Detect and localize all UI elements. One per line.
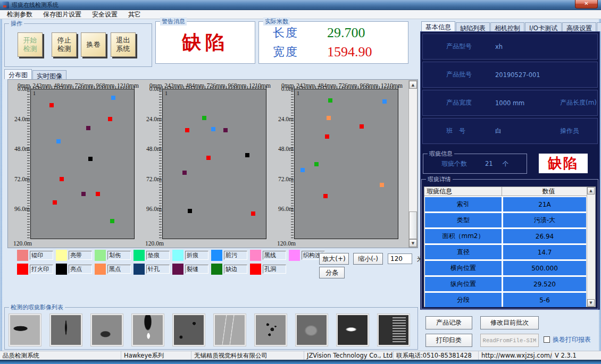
- thumbnail-group-label: 检测的瑕疵影像列表: [9, 303, 65, 311]
- y-tick-label: 24.0m: [146, 116, 162, 122]
- width-row: 宽度 1594.90: [259, 43, 408, 61]
- view-tab-2[interactable]: 实时图像: [32, 70, 66, 79]
- legend-swatch: [172, 250, 183, 261]
- zoom-out-button[interactable]: 缩小(-): [353, 253, 383, 265]
- width-value: 1594.90: [327, 44, 372, 60]
- info-value: xh: [495, 43, 560, 50]
- table-scroll-up[interactable]: ▲: [587, 187, 595, 194]
- y-tick-label: 48.0m: [146, 146, 162, 152]
- y-tick-label: 48.0m: [278, 146, 294, 152]
- plots-vertical-scrollbar[interactable]: ▲ ▼: [408, 80, 418, 248]
- scatter-plot: 1: [162, 89, 266, 239]
- defect-thumbnail-7[interactable]: [255, 314, 287, 346]
- op-button-2[interactable]: 停止 检测: [52, 32, 77, 57]
- op-button-3[interactable]: 换卷: [81, 32, 106, 57]
- menu-item-1[interactable]: 检测参数: [2, 10, 38, 19]
- menu-item-2[interactable]: 保存图片设置: [38, 10, 87, 19]
- scatter-point: [110, 219, 114, 223]
- right-tab-5[interactable]: 高级设置: [562, 22, 596, 31]
- defect-thumbnail-1[interactable]: [9, 314, 41, 346]
- scatter-point: [185, 128, 189, 132]
- op-button-4[interactable]: 退出 系统: [111, 32, 136, 57]
- info-label: 班 号: [446, 126, 495, 136]
- split-button[interactable]: 分条: [319, 267, 345, 278]
- print-classify-button[interactable]: 打印归类: [425, 334, 472, 347]
- defect-thumbnail-3[interactable]: [91, 314, 123, 346]
- defect-detail-row-4[interactable]: 直径14.7: [425, 245, 586, 259]
- product-record-button[interactable]: 产品记录: [425, 316, 472, 329]
- legend-label: 针孔: [146, 265, 170, 274]
- scatter-point: [206, 156, 211, 160]
- legend-label: 黑线: [263, 251, 286, 260]
- product-info-row-3: 产品宽度1000 mm产品长度(m)40000: [422, 90, 598, 116]
- table-scroll-down[interactable]: ▼: [587, 299, 595, 307]
- scatter-point: [245, 153, 249, 157]
- defect-field-name: 面积（mm2）: [425, 229, 502, 243]
- y-tick-label: 96.0m: [146, 206, 162, 212]
- operation-group-label: 操作: [9, 20, 24, 28]
- defect-field-value: 26.94: [503, 229, 586, 243]
- defect-detail-row-6[interactable]: 纵向位置29.520: [425, 277, 586, 291]
- defect-thumbnail-9[interactable]: [337, 314, 369, 346]
- defect-count-value: 21: [485, 160, 493, 167]
- y-tick-label: 24.0m: [278, 116, 294, 122]
- scatter-point: [382, 99, 387, 104]
- scroll-up-button[interactable]: ▲: [409, 81, 417, 89]
- table-scrollbar[interactable]: ▲ ▼: [587, 187, 595, 307]
- legend-swatch: [211, 264, 222, 275]
- menu-item-3[interactable]: 安全设置: [87, 10, 123, 19]
- menu-item-4[interactable]: 其它: [123, 10, 146, 19]
- y-bottom-label: 120.0m: [13, 240, 32, 247]
- modify-batch-button[interactable]: 修改目前批次: [480, 316, 539, 329]
- status-segment-4: JZVision Technology Co., Ltd.: [304, 351, 394, 360]
- info-value: 白: [495, 127, 560, 135]
- legend-swatch: [17, 250, 28, 261]
- scroll-down-button[interactable]: ▼: [409, 239, 417, 247]
- defect-field-name: 横向位置: [425, 261, 502, 275]
- defect-thumbnail-10[interactable]: [378, 314, 410, 346]
- defect-detail-row-5[interactable]: 横向位置500.000: [425, 261, 586, 275]
- window-border-left: [0, 19, 2, 351]
- y-tick-label: 24.0m: [14, 116, 30, 122]
- status-bar: 品质检测系统Hawkeye系列无锡精质视觉科技有限公司JZVision Tech…: [0, 351, 601, 360]
- defect-thumbnail-8[interactable]: [296, 314, 328, 346]
- right-tab-3[interactable]: 相机控制: [490, 22, 524, 31]
- right-tab-2[interactable]: 缺陷列表: [456, 22, 490, 31]
- defect-table-header: 瑕疵信息 数值: [424, 187, 595, 196]
- close-button[interactable]: ✕: [575, 0, 598, 9]
- defect-detail-row-2[interactable]: 类型污渍-大: [425, 213, 586, 227]
- info-label: 产品宽度: [446, 98, 495, 107]
- warning-message: 缺陷: [156, 22, 255, 63]
- view-tab-1[interactable]: 分布图: [4, 69, 32, 79]
- y-tick-label: 0.0m: [18, 86, 30, 92]
- scatter-plot: 1: [30, 89, 135, 239]
- taskbar-strip: [0, 360, 601, 364]
- y-tick-label: 48.0m: [14, 146, 30, 152]
- print-report-checkbox[interactable]: [544, 336, 550, 343]
- defect-thumbnail-5[interactable]: [173, 314, 205, 346]
- legend-swatch: [95, 250, 106, 261]
- operation-group: 操作 开始 检测停止 检测换卷退出 系统: [4, 23, 152, 67]
- y-tick-label: 0.0m: [149, 86, 162, 92]
- zoom-in-button[interactable]: 放大(+): [319, 253, 349, 265]
- defect-thumbnail-4[interactable]: [132, 314, 164, 346]
- warning-group: 警告消息 缺陷: [155, 21, 255, 64]
- right-tab-6[interactable]: 运行状态信息: [597, 22, 601, 31]
- defect-detail-row-1[interactable]: 索引21A: [425, 197, 586, 211]
- op-button-1[interactable]: 开始 检测: [18, 32, 43, 57]
- defect-detail-row-3[interactable]: 面积（mm2）26.94: [425, 229, 586, 243]
- scale-value-input[interactable]: [388, 253, 412, 264]
- scrollbar-thumb[interactable]: [409, 211, 417, 239]
- title-bar[interactable]: 瑕疵在线检测系统 ✕: [0, 0, 601, 10]
- defect-thumbnail-2[interactable]: [50, 314, 82, 346]
- scatter-point: [81, 192, 86, 196]
- scatter-panel-2: 0mm242mm484mm726mm968mm1210mm0.0m24.0m48…: [144, 81, 272, 248]
- status-segment-3: 无锡精质视觉科技有限公司: [191, 351, 304, 360]
- defect-detail-row-7[interactable]: 分段5-6: [425, 293, 586, 307]
- scatter-point: [60, 177, 64, 181]
- read-from-file-button[interactable]: ReadFromFile-SIM: [480, 334, 539, 347]
- scatter-point: [96, 192, 100, 196]
- right-tab-4[interactable]: I/O卡测试: [525, 22, 562, 31]
- right-tab-1[interactable]: 基本信息: [421, 21, 455, 31]
- defect-thumbnail-6[interactable]: [214, 314, 246, 346]
